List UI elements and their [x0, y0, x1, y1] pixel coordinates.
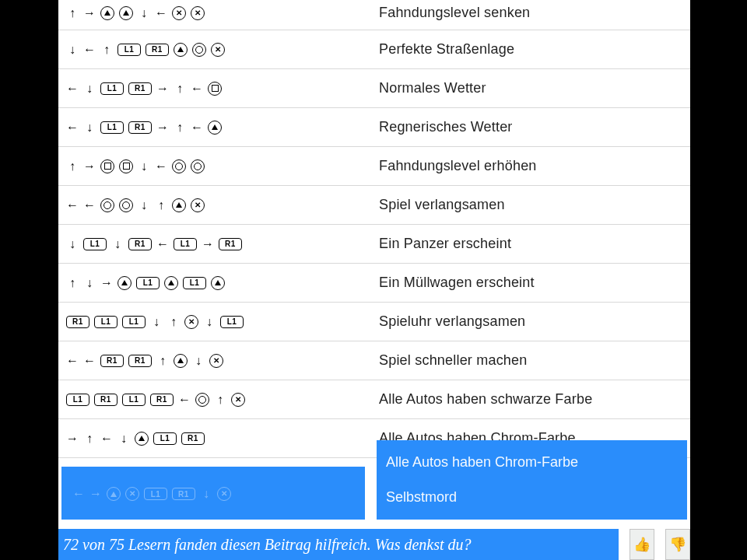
- shoulder-l1-icon: L1: [174, 238, 197, 250]
- cheat-code-cell: ←↓L1R1→↑←: [58, 69, 371, 108]
- arrow-up-icon: ↑: [66, 277, 79, 289]
- table-row: L1R1L1R1←↑Alle Autos haben schwarze Farb…: [58, 380, 690, 419]
- arrow-up-icon: ↑: [155, 199, 167, 212]
- face-square-icon: [119, 159, 133, 173]
- shoulder-r1-icon: R1: [181, 432, 205, 445]
- helpfulness-bar: 72 von 75 Lesern fanden diesen Beitrag h…: [58, 529, 690, 560]
- arrow-down-icon: ↓: [203, 316, 216, 328]
- cheat-code-cell: ↑→↓←: [58, 0, 371, 30]
- cheat-desc-cell: Spiel verlangsamen: [371, 186, 690, 225]
- shoulder-r1-icon: R1: [219, 238, 242, 250]
- shoulder-r1-icon: R1: [94, 394, 117, 406]
- cheat-desc-cell: Ein Müllwagen erscheint: [371, 264, 690, 303]
- thumbs-up-button[interactable]: 👍: [630, 529, 654, 560]
- face-square-icon: [100, 159, 114, 173]
- face-circle-icon: [172, 159, 186, 173]
- face-cross-icon: [191, 198, 205, 212]
- table-row: ↓L1↓R1←L1→R1Ein Panzer erscheint: [58, 225, 690, 264]
- arrow-right-icon: →: [83, 7, 96, 19]
- arrow-left-icon: ←: [100, 432, 113, 445]
- shoulder-l1-icon: L1: [153, 432, 177, 445]
- arrow-up-icon: ↑: [66, 7, 79, 19]
- cheat-desc-cell: Spieluhr verlangsamen: [371, 303, 690, 341]
- cheat-code-cell: R1L1L1↓↑↓L1: [58, 303, 371, 341]
- arrow-up-icon: ↑: [83, 432, 96, 445]
- face-cross-icon: [172, 6, 186, 20]
- arrow-left-icon: ←: [83, 44, 96, 56]
- cheat-code-cell: ←←↓↑: [58, 186, 371, 225]
- arrow-down-icon: ↓: [192, 355, 205, 367]
- arrow-right-icon: →: [100, 277, 113, 289]
- arrow-left-icon: ←: [66, 82, 79, 95]
- cheat-desc-cell: Fahndungslevel senken: [371, 0, 690, 30]
- face-cross-icon: [231, 393, 245, 407]
- arrow-right-icon: →: [156, 121, 169, 134]
- cheat-code-cell: →↑←↓L1R1: [58, 419, 371, 458]
- shoulder-l1-icon: L1: [117, 44, 141, 56]
- face-circle-icon: [191, 159, 205, 173]
- cheat-code-cell: ↓L1↓R1←L1→R1: [58, 225, 371, 264]
- arrow-down-icon: ↓: [200, 488, 212, 500]
- arrow-up-icon: ↑: [66, 160, 79, 173]
- shoulder-l1-icon: L1: [122, 316, 146, 328]
- table-row: ←←R1R1↑↓Spiel schneller machen: [58, 341, 690, 380]
- selection-left-block: ←→L1R1↓: [61, 467, 365, 520]
- arrow-up-icon: ↑: [174, 82, 186, 95]
- shoulder-l1-icon: L1: [83, 238, 107, 250]
- shoulder-r1-icon: R1: [128, 238, 152, 250]
- cheat-table: ↑→↓←Fahndungslevel senken↓←↑L1R1Perfekte…: [58, 0, 690, 458]
- face-cross-icon: [191, 6, 205, 20]
- arrow-left-icon: ←: [66, 355, 79, 367]
- arrow-left-icon: ←: [155, 160, 167, 173]
- arrow-down-icon: ↓: [138, 7, 150, 19]
- cheat-desc-cell: Alle Autos haben schwarze Farbe: [371, 380, 690, 419]
- shoulder-r1-icon: R1: [66, 316, 89, 328]
- face-triangle-icon: [135, 432, 149, 446]
- face-circle-icon: [195, 393, 209, 407]
- thumbs-down-button[interactable]: 👎: [665, 529, 690, 560]
- shoulder-r1-icon: R1: [128, 121, 152, 134]
- arrow-right-icon: →: [89, 488, 102, 500]
- face-cross-icon: [184, 315, 198, 329]
- selection-right-block: Alle Autos haben Chrom-Farbe Selbstmord: [377, 440, 687, 520]
- face-circle-icon: [119, 198, 133, 212]
- table-row: ↑→↓←Fahndungslevel senken: [58, 0, 690, 30]
- face-triangle-icon: [174, 43, 188, 57]
- cheat-desc-cell: Spiel schneller machen: [371, 341, 690, 380]
- arrow-left-icon: ←: [83, 199, 96, 212]
- face-triangle-icon: [172, 198, 186, 212]
- shoulder-l1-icon: L1: [136, 277, 160, 289]
- arrow-left-icon: ←: [191, 82, 203, 95]
- arrow-down-icon: ↓: [138, 160, 150, 173]
- arrow-up-icon: ↑: [156, 355, 169, 367]
- shoulder-r1-icon: R1: [172, 488, 195, 500]
- face-cross-icon: [217, 487, 231, 501]
- face-triangle-icon: [174, 354, 188, 368]
- arrow-up-icon: ↑: [214, 394, 226, 406]
- shoulder-l1-icon: L1: [66, 394, 89, 406]
- shoulder-r1-icon: R1: [150, 394, 174, 406]
- arrow-down-icon: ↓: [83, 82, 96, 95]
- arrow-down-icon: ↓: [117, 432, 130, 445]
- cheat-code-cell: ↑↓→L1L1: [58, 264, 371, 303]
- cheat-code-cell: ↑→↓←: [58, 147, 371, 186]
- table-row: ←←↓↑Spiel verlangsamen: [58, 186, 690, 225]
- arrow-left-icon: ←: [178, 394, 191, 406]
- selection-text-suicide: Selbstmord: [386, 489, 678, 506]
- helpfulness-message: 72 von 75 Lesern fanden diesen Beitrag h…: [58, 529, 619, 560]
- shoulder-r1-icon: R1: [100, 355, 124, 367]
- cheat-desc-cell: Normales Wetter: [371, 69, 690, 108]
- arrow-down-icon: ↓: [83, 277, 96, 289]
- shoulder-l1-icon: L1: [94, 316, 117, 328]
- arrow-right-icon: →: [66, 432, 79, 445]
- thumbs-down-icon: 👎: [669, 536, 686, 553]
- arrow-up-icon: ↑: [167, 316, 180, 328]
- arrow-left-icon: ←: [156, 238, 169, 250]
- arrow-down-icon: ↓: [111, 238, 124, 250]
- face-cross-icon: [209, 354, 223, 368]
- arrow-up-icon: ↑: [100, 44, 113, 56]
- shoulder-l1-icon: L1: [122, 394, 146, 406]
- cheat-code-cell: L1R1L1R1←↑: [58, 380, 371, 419]
- face-triangle-icon: [100, 6, 114, 20]
- cheat-desc-cell: Perfekte Straßenlage: [371, 30, 690, 69]
